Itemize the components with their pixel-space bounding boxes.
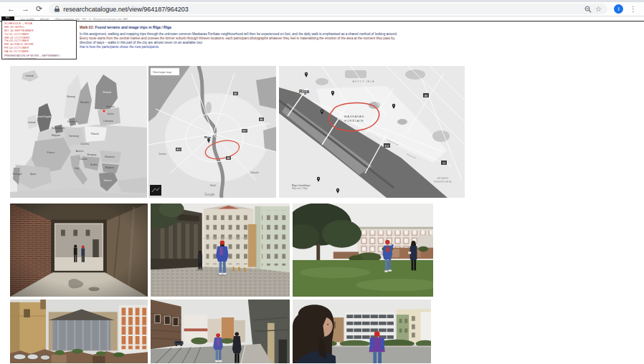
intro-title-part: Found terrains and image trips in Rīga /… [95, 25, 171, 29]
avotu-iela-label: AVOTU IELA [353, 80, 375, 83]
intro-line: that is how the participants chose the n… [80, 45, 478, 49]
svg-text:13: 13 [442, 162, 445, 165]
lock-icon [55, 6, 60, 12]
svg-text:A4: A4 [260, 118, 263, 121]
svg-text:Estonia: Estonia [106, 105, 114, 108]
river-island [206, 102, 212, 113]
map-maskavas-canvas: Rīga AVOTU IELA MASKAVAS FORŠTATE LATGAL… [279, 66, 465, 198]
svg-text:Denmark: Denmark [67, 120, 77, 123]
svg-text:Czechia: Czechia [80, 143, 89, 145]
reload-icon[interactable]: ⟳ [36, 5, 42, 13]
browser-window: ← → ⟳ researchcatalogue.net/view/964187/… [0, 0, 644, 364]
center-building [204, 205, 254, 270]
svg-text:Baloži: Baloži [210, 184, 217, 187]
svg-text:Italy: Italy [75, 167, 80, 170]
profile-avatar[interactable]: I [614, 4, 623, 14]
photo-brick-ruins [10, 300, 148, 363]
svg-text:Iceland: Iceland [26, 75, 34, 77]
page-content: RC user profile default | Reg commons si… [0, 16, 644, 363]
browser-toolbar: ← → ⟳ researchcatalogue.net/view/964187/… [0, 2, 644, 16]
riga-location-marker [103, 110, 105, 112]
svg-text:Belgium: Belgium [52, 134, 60, 137]
svg-text:View larger map: View larger map [153, 71, 171, 74]
svg-text:E22: E22 [384, 145, 389, 148]
center-building [49, 309, 118, 350]
forest-area-2 [263, 127, 276, 152]
svg-text:Hungary: Hungary [87, 153, 97, 156]
svg-text:Jūrmala: Jūrmala [158, 153, 166, 155]
intro-title-part: Walk 02: [80, 25, 95, 29]
foreground-woman-profile [293, 305, 337, 363]
map-maskavas-forstate[interactable]: Rīga AVOTU IELA MASKAVAS FORŠTATE LATGAL… [279, 66, 465, 198]
svg-text:Croatia: Croatia [80, 158, 87, 161]
riga-label: Rīga [299, 89, 309, 95]
svg-text:A6: A6 [227, 157, 230, 160]
photo-park-walk [293, 203, 433, 297]
url-text[interactable]: researchcatalogue.net/view/964187/964203 [63, 6, 581, 13]
svg-text:E67: E67 [242, 130, 247, 133]
svg-text:A2: A2 [235, 92, 237, 95]
svg-text:Netherlands: Netherlands [52, 127, 65, 130]
svg-text:Greece: Greece [103, 179, 111, 182]
map-riga-overview[interactable]: Rīga Jūrmala Salaspils Baloži A2 A4 A6 A… [148, 66, 276, 198]
svg-text:MASKAVAS: MASKAVAS [344, 115, 364, 118]
svg-text:Latvia: Latvia [107, 112, 113, 115]
street-view-thumbnail[interactable] [150, 185, 161, 196]
svg-text:Serbia: Serbia [90, 163, 98, 166]
svg-text:PRIEKŠPILSĒTA: PRIEKŠPILSĒTA [434, 180, 452, 183]
rc-toolbar: RC user profile default | Reg commons si… [0, 16, 644, 21]
svg-text:Ireland: Ireland [28, 121, 35, 124]
svg-text:Nēģu iela 7, Rīga: Nēģu iela 7, Rīga [292, 186, 308, 190]
photo-cobblestone-square [151, 203, 290, 297]
graffiti [14, 354, 50, 360]
address-bar[interactable]: researchcatalogue.net/view/964187/964203… [49, 4, 607, 14]
svg-text:Spain: Spain [30, 173, 37, 176]
photo-tunnel-passage [10, 203, 148, 297]
intro-paragraph: In this assignment, walking and mapping … [80, 32, 478, 49]
svg-text:Portugal: Portugal [13, 173, 22, 176]
svg-text:France: France [47, 151, 55, 154]
schedule-links[interactable]: SCHEDULE – RĪGAWK 39 INTROMO 30 SEPTEMBE… [4, 22, 74, 54]
map-europe-canvas: Iceland Norway Sweden Finland Estonia La… [10, 66, 147, 198]
svg-text:Finland: Finland [103, 91, 110, 94]
menu-dots-icon[interactable]: ⋮ [630, 5, 637, 13]
photo-street-tram-tracks [151, 300, 290, 363]
left-brick-building [10, 300, 46, 355]
far-orange-building [248, 224, 257, 267]
svg-text:LATGALES: LATGALES [437, 177, 448, 180]
zoom-icon[interactable] [584, 6, 592, 13]
map-riga-canvas: Rīga Jūrmala Salaspils Baloži A2 A4 A6 A… [148, 66, 276, 198]
view-larger-map-button[interactable]: View larger map [151, 68, 179, 75]
schedule-footer[interactable]: PRESENTATION OF WORK – SEPTEMBER / OCTOB… [4, 54, 74, 59]
bookmark-star-icon[interactable]: ☆ [595, 5, 602, 13]
google-watermark: Google [204, 193, 215, 196]
map-europe[interactable]: Iceland Norway Sweden Finland Estonia La… [10, 66, 147, 198]
schedule-box: SCHEDULE – RĪGAWK 39 INTROMO 30 SEPTEMBE… [1, 20, 77, 59]
white-building-orange-windows [119, 305, 148, 353]
svg-text:Norway: Norway [67, 95, 75, 98]
right-building [255, 206, 290, 274]
forward-icon[interactable]: → [22, 5, 29, 13]
svg-text:Sweden: Sweden [80, 101, 89, 104]
svg-text:A6: A6 [425, 95, 427, 97]
svg-text:FORŠTATE: FORŠTATE [344, 119, 364, 123]
maskavas-label: MASKAVAS FORŠTATE [344, 115, 364, 123]
svg-text:Romania: Romania [105, 155, 115, 158]
svg-text:Bulgaria: Bulgaria [105, 166, 115, 169]
schedule-footer-link[interactable]: PRESENTATION OF WORK – SEPTEMBER / OCTOB… [4, 54, 74, 59]
svg-text:Germany: Germany [69, 135, 79, 138]
intro-title: Walk 02: Found terrains and image trips … [80, 25, 478, 29]
svg-text:United Kingdom: United Kingdom [36, 115, 53, 118]
intro-text-block: Walk 02: Found terrains and image trips … [80, 25, 478, 49]
schedule-link[interactable]: SA 05 OCTOBER [4, 50, 74, 54]
riga-label: Rīga [204, 135, 212, 139]
photo-profile-and-walker [293, 300, 431, 363]
back-icon[interactable]: ← [7, 5, 15, 13]
svg-text:Poland: Poland [91, 133, 99, 135]
svg-text:Salaspils: Salaspils [250, 171, 260, 174]
svg-text:Lithuania: Lithuania [103, 120, 113, 123]
svg-text:Austria: Austria [76, 150, 84, 153]
maps-row: Iceland Norway Sweden Finland Estonia La… [10, 66, 465, 198]
svg-text:A10: A10 [176, 148, 181, 151]
